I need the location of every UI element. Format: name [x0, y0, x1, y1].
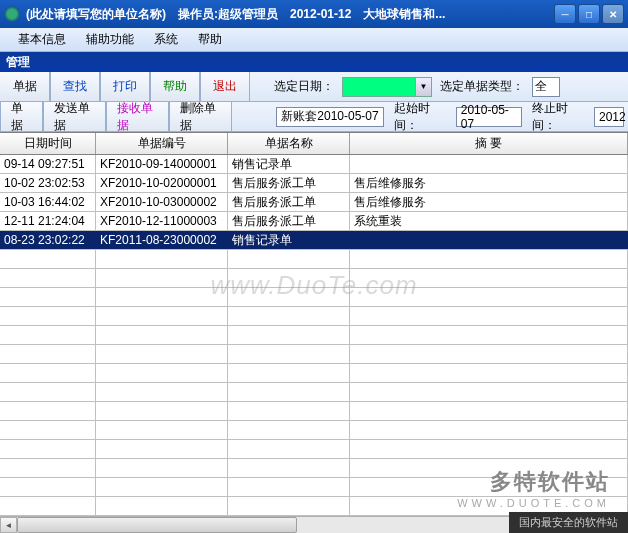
end-time-field[interactable]: 2012 — [594, 107, 624, 127]
table-row-empty[interactable] — [0, 478, 628, 497]
window-title: (此处请填写您的单位名称) 操作员:超级管理员 2012-01-12 大地球销售… — [26, 6, 554, 23]
menu-aux[interactable]: 辅助功能 — [76, 31, 144, 48]
col-docno[interactable]: 单据编号 — [96, 133, 228, 154]
menu-bar: 基本信息 辅助功能 系统 帮助 — [0, 28, 628, 52]
cell-docname: 销售记录单 — [228, 155, 350, 173]
table-row[interactable]: 12-11 21:24:04XF2010-12-11000003售后服务派工单系… — [0, 212, 628, 231]
cell-summary: 系统重装 — [350, 212, 628, 230]
table-row-empty[interactable] — [0, 440, 628, 459]
btn-send[interactable]: 发送单据 — [43, 102, 106, 131]
btn-recv[interactable]: 接收单据 — [106, 102, 169, 131]
label-start-time: 起始时间： — [388, 102, 452, 131]
table-row-empty[interactable] — [0, 250, 628, 269]
cell-datetime: 10-03 16:44:02 — [0, 193, 96, 211]
menu-system[interactable]: 系统 — [144, 31, 188, 48]
footer-bar: 国内最安全的软件站 — [509, 512, 628, 533]
table-row-empty[interactable] — [0, 421, 628, 440]
label-select-type: 选定单据类型： — [436, 72, 528, 101]
btn-find[interactable]: 查找 — [50, 72, 100, 101]
table-row-empty[interactable] — [0, 402, 628, 421]
account-set-field[interactable]: 新账套2010-05-07 — [276, 107, 384, 127]
start-time-field[interactable]: 2010-05-07 — [456, 107, 523, 127]
grid-body: 09-14 09:27:51KF2010-09-14000001销售记录单10-… — [0, 155, 628, 533]
scroll-left-icon[interactable]: ◄ — [0, 517, 17, 533]
cell-datetime: 09-14 09:27:51 — [0, 155, 96, 173]
btn-exit[interactable]: 退出 — [200, 72, 250, 101]
col-datetime[interactable]: 日期时间 — [0, 133, 96, 154]
grid-header: 日期时间 单据编号 单据名称 摘 要 — [0, 133, 628, 155]
btn-help[interactable]: 帮助 — [150, 72, 200, 101]
table-row[interactable]: 10-02 23:02:53XF2010-10-02000001售后服务派工单售… — [0, 174, 628, 193]
combo-select-type-value: 全 — [535, 78, 547, 95]
table-row-empty[interactable] — [0, 383, 628, 402]
table-row[interactable]: 09-14 09:27:51KF2010-09-14000001销售记录单 — [0, 155, 628, 174]
table-row-empty[interactable] — [0, 364, 628, 383]
label-end-time: 终止时间： — [526, 102, 590, 131]
data-grid: 日期时间 单据编号 单据名称 摘 要 09-14 09:27:51KF2010-… — [0, 132, 628, 533]
col-docname[interactable]: 单据名称 — [228, 133, 350, 154]
col-summary[interactable]: 摘 要 — [350, 133, 628, 154]
cell-docno: XF2010-12-11000003 — [96, 212, 228, 230]
cell-docname: 售后服务派工单 — [228, 212, 350, 230]
table-row-empty[interactable] — [0, 307, 628, 326]
close-button[interactable]: ✕ — [602, 4, 624, 24]
combo-select-date[interactable]: ▼ — [342, 77, 432, 97]
btn-danju[interactable]: 单据 — [0, 72, 50, 101]
cell-summary — [350, 231, 628, 249]
btn-danju2[interactable]: 单据 — [0, 102, 43, 131]
btn-print[interactable]: 打印 — [100, 72, 150, 101]
maximize-button[interactable]: □ — [578, 4, 600, 24]
panel-title: 管理 — [0, 52, 628, 72]
cell-datetime: 10-02 23:02:53 — [0, 174, 96, 192]
minimize-button[interactable]: ─ — [554, 4, 576, 24]
table-row[interactable]: 10-03 16:44:02XF2010-10-03000002售后服务派工单售… — [0, 193, 628, 212]
cell-docno: XF2010-10-03000002 — [96, 193, 228, 211]
table-row-empty[interactable] — [0, 345, 628, 364]
cell-datetime: 08-23 23:02:22 — [0, 231, 96, 249]
btn-del[interactable]: 删除单据 — [169, 102, 232, 131]
start-time-value: 2010-05-07 — [461, 103, 518, 131]
cell-docname: 销售记录单 — [228, 231, 350, 249]
cell-summary — [350, 155, 628, 173]
cell-docno: XF2010-10-02000001 — [96, 174, 228, 192]
combo-select-type[interactable]: 全 — [532, 77, 560, 97]
cell-docno: KF2010-09-14000001 — [96, 155, 228, 173]
table-row-empty[interactable] — [0, 269, 628, 288]
toolbar-primary: 单据 查找 打印 帮助 退出 选定日期： ▼ 选定单据类型： 全 — [0, 72, 628, 102]
table-row-empty[interactable] — [0, 326, 628, 345]
label-select-date: 选定日期： — [270, 72, 338, 101]
cell-summary: 售后维修服务 — [350, 193, 628, 211]
cell-datetime: 12-11 21:24:04 — [0, 212, 96, 230]
toolbar-secondary: 单据 发送单据 接收单据 删除单据 新账套2010-05-07 起始时间： 20… — [0, 102, 628, 132]
end-time-value: 2012 — [599, 110, 626, 124]
window-titlebar: (此处请填写您的单位名称) 操作员:超级管理员 2012-01-12 大地球销售… — [0, 0, 628, 28]
cell-docno: KF2011-08-23000002 — [96, 231, 228, 249]
app-icon — [4, 6, 20, 22]
table-row[interactable]: 08-23 23:02:22KF2011-08-23000002销售记录单 — [0, 231, 628, 250]
menu-help[interactable]: 帮助 — [188, 31, 232, 48]
account-set-value: 新账套2010-05-07 — [281, 108, 378, 125]
scroll-thumb[interactable] — [17, 517, 297, 533]
cell-docname: 售后服务派工单 — [228, 193, 350, 211]
table-row-empty[interactable] — [0, 288, 628, 307]
cell-summary: 售后维修服务 — [350, 174, 628, 192]
table-row-empty[interactable] — [0, 459, 628, 478]
menu-basic-info[interactable]: 基本信息 — [8, 31, 76, 48]
chevron-down-icon: ▼ — [415, 78, 431, 96]
cell-docname: 售后服务派工单 — [228, 174, 350, 192]
